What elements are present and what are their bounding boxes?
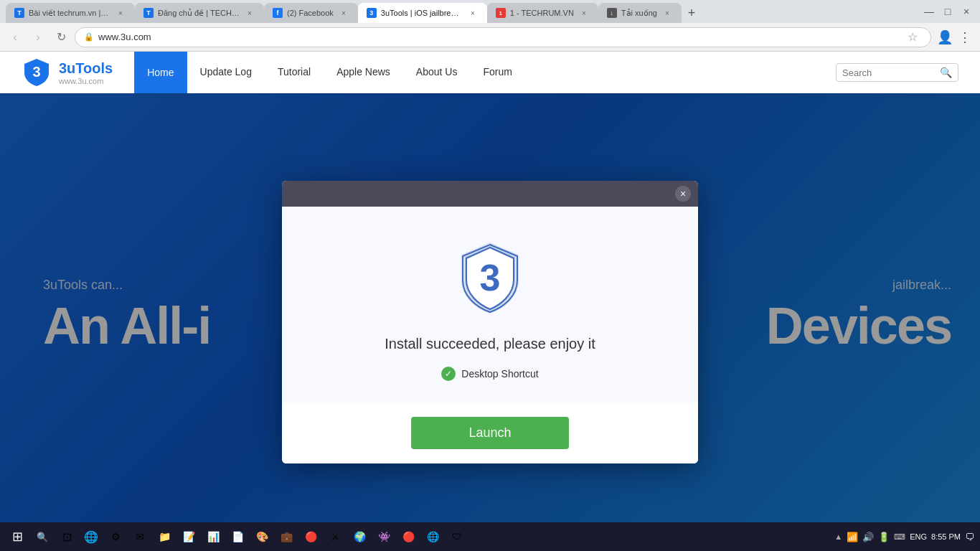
tab6-close[interactable]: × (661, 7, 673, 19)
browser-tab-1[interactable]: T Bài viết techrum.vn | Tre... × (6, 3, 135, 23)
nav-home[interactable]: Home (134, 52, 187, 93)
modal-header: × (282, 181, 698, 207)
taskbar-icon-13[interactable]: 👾 (373, 526, 395, 547)
taskbar-icon-10[interactable]: 🔴 (300, 526, 321, 547)
svg-text:3: 3 (32, 64, 40, 80)
nav-update-log[interactable]: Update Log (187, 52, 265, 93)
taskbar-right: ▲ 📶 🔊 🔋 ⌨ ENG 8:55 PM 🗨 (834, 532, 974, 542)
minimize-button[interactable]: — (921, 4, 937, 19)
menu-button[interactable]: ⋮ (956, 28, 974, 47)
taskbar-icon-1[interactable]: 🌐 (80, 526, 102, 547)
start-button[interactable]: ⊞ (6, 525, 29, 548)
tab5-close[interactable]: × (578, 7, 590, 19)
website-content: 3 3uTools www.3u.com Home Update Log Tut… (0, 52, 980, 551)
tab6-favicon: ↓ (607, 8, 617, 18)
taskbar-icon-12[interactable]: 🌍 (349, 526, 370, 547)
search-icon[interactable]: 🔍 (940, 67, 952, 78)
tab5-favicon: 1 (496, 8, 506, 18)
taskbar-up-arrow[interactable]: ▲ (834, 532, 842, 541)
user-menu-button[interactable]: 👤 (936, 28, 954, 47)
tab3-title: (2) Facebook (287, 9, 334, 17)
taskbar-icon-11[interactable]: ⚔ (324, 526, 346, 547)
tab1-close[interactable]: × (115, 7, 126, 19)
taskbar-icon-14[interactable]: 🔴 (397, 526, 419, 547)
modal-body: 3 Install succeeded, please enjoy it ✓ D… (282, 207, 698, 402)
back-button[interactable]: ‹ (6, 28, 24, 47)
browser-tab-4[interactable]: 3 3uTools | iOS jailbreak &... × (358, 3, 487, 23)
success-message: Install succeeded, please enjoy it (385, 336, 595, 352)
taskbar-task-view[interactable]: ⊡ (56, 526, 77, 547)
tab5-title: 1 - TECHRUM.VN (510, 9, 574, 17)
taskbar-icon-5[interactable]: 📝 (178, 526, 199, 547)
address-text: www.3u.com (98, 32, 899, 42)
site-logo: 3 3uTools www.3u.com (22, 57, 113, 88)
taskbar-volume-icon: 🔊 (862, 532, 874, 542)
tab3-close[interactable]: × (338, 7, 349, 19)
title-bar: T Bài viết techrum.vn | Tre... × T Đăng … (0, 0, 980, 23)
taskbar-time: 8:55 PM (931, 532, 961, 542)
tab1-favicon: T (14, 8, 24, 18)
modal-footer: Launch (282, 402, 698, 463)
taskbar-clock: 8:55 PM (931, 532, 961, 542)
nav-apple-news[interactable]: Apple News (324, 52, 403, 93)
taskbar-icon-4[interactable]: 📁 (154, 526, 175, 547)
tab3-favicon: f (273, 8, 283, 18)
nav-forum[interactable]: Forum (470, 52, 524, 93)
maximize-button[interactable]: □ (940, 4, 956, 19)
logo-url: www.3u.com (59, 77, 113, 85)
logo-name: 3uTools (59, 60, 113, 77)
lock-icon: 🔒 (84, 32, 94, 42)
taskbar-icon-15[interactable]: 🛡 (446, 526, 468, 547)
modal-logo-icon: 3 (451, 239, 529, 318)
modal-close-button[interactable]: × (675, 186, 691, 202)
bookmark-button[interactable]: ☆ (903, 28, 922, 47)
address-box[interactable]: 🔒 www.3u.com ☆ (75, 27, 931, 47)
taskbar-chrome-icon[interactable]: 🌐 (422, 526, 443, 547)
shortcut-row: ✓ Desktop Shortcut (441, 367, 538, 381)
taskbar-keyboard-icon: ⌨ (894, 532, 905, 542)
nav-about-us[interactable]: About Us (403, 52, 471, 93)
logo-text: 3uTools www.3u.com (59, 60, 113, 85)
reload-button[interactable]: ↻ (52, 28, 70, 47)
site-nav: Home Update Log Tutorial Apple News Abou… (134, 52, 836, 93)
taskbar-lang[interactable]: ENG (910, 532, 927, 541)
address-bar-row: ‹ › ↻ 🔒 www.3u.com ☆ 👤 ⋮ (0, 23, 980, 52)
site-search: 🔍 (836, 63, 958, 82)
tab4-close[interactable]: × (467, 7, 479, 19)
toolbar-right: 👤 ⋮ (936, 28, 974, 47)
tab4-title: 3uTools | iOS jailbreak &... (381, 9, 463, 17)
close-window-button[interactable]: × (958, 4, 974, 19)
taskbar-icon-7[interactable]: 📄 (227, 526, 248, 547)
logo-icon: 3 (22, 57, 52, 88)
modal-overlay: × 3 (0, 93, 980, 551)
launch-button[interactable]: Launch (411, 417, 568, 449)
tab6-title: Tải xuống (621, 9, 657, 18)
taskbar-icon-8[interactable]: 🎨 (251, 526, 273, 547)
new-tab-button[interactable]: + (682, 3, 702, 23)
hero-section: 3uTools can... An All-i jailbreak... Dev… (0, 93, 980, 551)
taskbar-notification-icon[interactable]: 🗨 (965, 532, 974, 542)
browser-tab-2[interactable]: T Đăng chủ đề | TECHRU... × (135, 3, 264, 23)
taskbar-battery-icon: 🔋 (878, 532, 890, 542)
browser-tab-6[interactable]: ↓ Tải xuống × (598, 3, 682, 23)
taskbar-icon-2[interactable]: ⚙ (105, 526, 126, 547)
browser-tab-5[interactable]: 1 1 - TECHRUM.VN × (487, 3, 598, 23)
taskbar: ⊞ 🔍 ⊡ 🌐 ⚙ ✉ 📁 📝 📊 📄 🎨 💼 🔴 ⚔ 🌍 👾 🔴 🌐 🛡 ▲ … (0, 522, 980, 551)
tab2-close[interactable]: × (244, 7, 255, 19)
search-input[interactable] (842, 67, 936, 78)
taskbar-icon-6[interactable]: 📊 (202, 526, 224, 547)
forward-button[interactable]: › (29, 28, 47, 47)
nav-tutorial[interactable]: Tutorial (265, 52, 324, 93)
taskbar-icon-9[interactable]: 💼 (275, 526, 297, 547)
browser-tab-3[interactable]: f (2) Facebook × (264, 3, 358, 23)
window-controls: — □ × (921, 4, 974, 19)
svg-text:3: 3 (480, 257, 501, 298)
shortcut-label: Desktop Shortcut (461, 368, 538, 380)
site-header: 3 3uTools www.3u.com Home Update Log Tut… (0, 52, 980, 93)
install-modal: × 3 (282, 181, 698, 463)
taskbar-icon-3[interactable]: ✉ (129, 526, 151, 547)
check-icon: ✓ (441, 367, 456, 381)
taskbar-search-icon[interactable]: 🔍 (32, 526, 53, 547)
tab1-title: Bài viết techrum.vn | Tre... (29, 9, 110, 18)
tab-bar: T Bài viết techrum.vn | Tre... × T Đăng … (6, 0, 915, 23)
